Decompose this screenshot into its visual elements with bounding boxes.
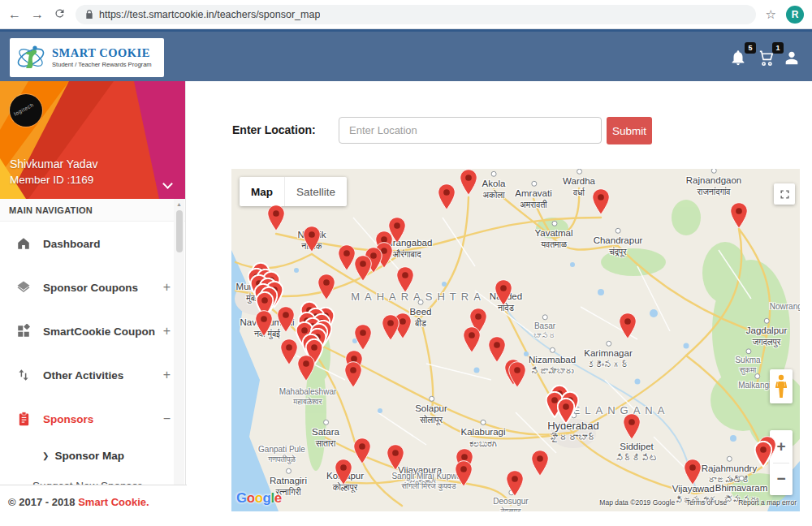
map-marker-pin[interactable]: [623, 413, 641, 440]
map-city-label: Rajahmundryరాజమండ్రి: [702, 463, 757, 485]
chevron-right-icon: ❯: [42, 451, 49, 460]
map-marker-pin[interactable]: [344, 361, 362, 388]
map-city-label: Jagdalpurजगदलपुर: [746, 326, 788, 347]
fullscreen-icon: [780, 189, 790, 200]
zoom-out-button[interactable]: −: [770, 463, 793, 496]
submit-button[interactable]: Submit: [607, 117, 652, 144]
lock-icon: [85, 10, 93, 19]
map-marker-pin[interactable]: [506, 470, 524, 497]
map-marker-pin[interactable]: [280, 338, 298, 365]
sidebar-item-other-activities[interactable]: Other Activities +: [0, 353, 185, 397]
map-city-label: Yavatmalयवतमाळ: [534, 228, 572, 249]
sidebar-item-label: Other Activities: [43, 369, 123, 382]
map-marker-pin[interactable]: [335, 459, 352, 485]
map-city-label: Chandrapurचंद्रपूर: [594, 235, 643, 257]
map-marker-pin[interactable]: [396, 266, 414, 293]
smartcookie-logo-icon: [15, 41, 47, 74]
sidebar-item-sponsor-coupons[interactable]: Sponsor Coupons +: [0, 265, 185, 309]
map-canvas[interactable]: Map Satellite + − Google Map data ©2019 …: [231, 169, 800, 511]
map-city-label: Siddipetసిద్దిపేట: [615, 442, 659, 463]
map-marker-pin[interactable]: [438, 183, 456, 210]
swap-arrows-icon: [15, 368, 32, 382]
url-bar[interactable]: https://test.smartcookie.in/teachers/spo…: [76, 5, 756, 24]
app-header: SMART COOKIE Student / Teacher Rewards P…: [0, 29, 812, 81]
collapse-minus-icon[interactable]: −: [163, 412, 171, 426]
expand-plus-icon[interactable]: +: [163, 324, 171, 338]
sidebar-item-dashboard[interactable]: Dashboard: [0, 222, 185, 265]
expand-plus-icon[interactable]: +: [163, 368, 171, 382]
expand-plus-icon[interactable]: +: [163, 280, 171, 295]
attribution-terms-link[interactable]: Terms of Use: [686, 498, 727, 507]
browser-profile-avatar[interactable]: R: [786, 6, 804, 24]
user-avatar[interactable]: logitech: [10, 94, 42, 127]
map-marker-pin[interactable]: [463, 326, 481, 353]
location-label: Enter Location:: [232, 123, 316, 136]
notifications-button[interactable]: 5: [729, 48, 750, 69]
browser-reload-icon[interactable]: [54, 7, 66, 22]
map-city-label: Basarబాసర: [533, 321, 557, 340]
map-view-button[interactable]: Map: [240, 177, 284, 206]
attribution-report-link[interactable]: Report a map error: [738, 498, 797, 507]
map-city-label: Sukmaसुकमा: [735, 356, 760, 374]
map-city-label: Nizamabadనిజామాబాదు: [529, 355, 576, 376]
map-marker-pin[interactable]: [730, 202, 748, 229]
map-marker-pin[interactable]: [495, 279, 512, 306]
fullscreen-button[interactable]: [774, 183, 795, 205]
sidebar-item-sponsors[interactable]: Sponsors −: [0, 397, 185, 441]
map-city-label: Akolaअकोला: [482, 179, 506, 200]
cart-button[interactable]: 1: [757, 48, 778, 69]
map-marker-pin[interactable]: [277, 306, 295, 333]
notification-badge: 5: [745, 42, 756, 54]
browser-toolbar: ← → https://test.smartcookie.in/teachers…: [0, 0, 812, 29]
map-city-label: Kalaburagiಕಲಬುರಗಿ: [461, 427, 506, 448]
map-marker-pin[interactable]: [354, 324, 372, 351]
browser-forward-icon[interactable]: →: [31, 8, 44, 21]
brand-text: Smart Cookie.: [78, 496, 149, 508]
map-city-label: Rajnandgaonराजनांदगांव: [686, 175, 741, 196]
app-logo[interactable]: SMART COOKIE Student / Teacher Rewards P…: [10, 38, 164, 77]
map-marker-pin[interactable]: [455, 460, 473, 487]
map-marker-pin[interactable]: [557, 398, 575, 425]
map-marker-pin[interactable]: [460, 169, 477, 196]
sidebar-item-label: Sponsors: [43, 413, 93, 425]
bookmark-star-icon[interactable]: ☆: [766, 7, 776, 22]
map-marker-pin[interactable]: [353, 438, 371, 464]
profile-panel: logitech Shivkumar Yadav Member ID :1169: [0, 81, 186, 199]
map-marker-pin[interactable]: [387, 444, 404, 471]
map-marker-pin[interactable]: [317, 274, 335, 300]
browser-back-icon[interactable]: ←: [8, 8, 21, 21]
member-id: Member ID :1169: [10, 174, 93, 186]
map-marker-pin[interactable]: [592, 188, 610, 215]
pegman-button[interactable]: [770, 369, 793, 403]
map-marker-pin[interactable]: [531, 450, 549, 476]
scrollbar-up-arrow-icon[interactable]: ▲: [174, 199, 184, 207]
sidebar-item-smartcookie-coupon[interactable]: SmartCookie Coupon +: [0, 309, 185, 353]
map-marker-pin[interactable]: [297, 355, 315, 382]
map-marker-pin[interactable]: [338, 244, 356, 271]
map-marker-pin[interactable]: [619, 313, 637, 339]
map-marker-pin[interactable]: [255, 310, 273, 337]
footer: © 2017 - 2018 Smart Cookie.: [0, 485, 187, 526]
map-marker-pin[interactable]: [508, 361, 526, 388]
map-marker-pin[interactable]: [267, 205, 285, 231]
sidebar-item-label: Dashboard: [43, 238, 101, 250]
avatar-text: logitech: [13, 101, 35, 117]
sidebar-scrollbar[interactable]: ▲: [174, 199, 184, 526]
sidebar-subitem-sponsor-map[interactable]: ❯ Sponsor Map: [0, 441, 185, 471]
scrollbar-thumb[interactable]: [176, 210, 183, 252]
map-marker-pin[interactable]: [684, 459, 702, 485]
copyright-text: © 2017 - 2018: [8, 496, 78, 508]
map-city-label: Amravatiअमरावती: [515, 188, 551, 209]
url-text: https://test.smartcookie.in/teachers/spo…: [99, 9, 320, 20]
map-city-label: Solapurसोलापूर: [415, 403, 447, 425]
google-logo[interactable]: Google: [236, 490, 282, 507]
map-marker-pin[interactable]: [488, 336, 506, 363]
map-marker-pin[interactable]: [382, 314, 400, 341]
map-marker-pin[interactable]: [354, 255, 372, 282]
map-marker-pin[interactable]: [754, 441, 772, 468]
user-menu-button[interactable]: [783, 48, 804, 69]
location-input[interactable]: [339, 117, 602, 144]
map-marker-pin[interactable]: [303, 226, 321, 252]
map-city-label: Sataraसातारा: [312, 427, 339, 448]
satellite-view-button[interactable]: Satellite: [284, 177, 347, 206]
